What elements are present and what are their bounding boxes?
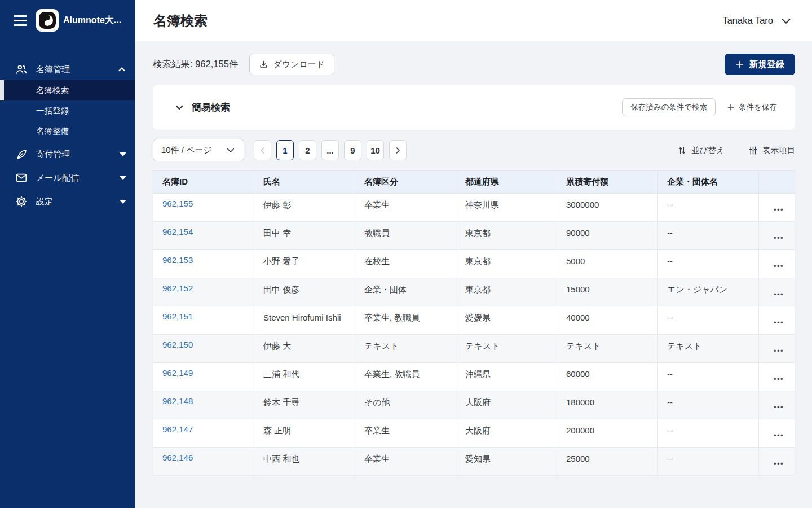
prefecture-cell: 東京都 (465, 255, 548, 267)
sidebar-item-donation-management[interactable]: 寄付管理 (0, 143, 135, 165)
download-icon (259, 60, 268, 69)
top-header: 名簿検索 Tanaka Taro (135, 0, 812, 41)
row-actions-button[interactable]: ••• (768, 283, 789, 306)
page-title: 名簿検索 (153, 12, 208, 30)
chevron-down-icon (226, 145, 236, 155)
prefecture-cell: テキスト (465, 340, 548, 352)
row-actions-button[interactable]: ••• (768, 199, 789, 221)
page-button-2[interactable]: 2 (299, 140, 316, 160)
prev-page-button[interactable] (254, 140, 271, 160)
user-name: Tanaka Taro (722, 15, 773, 26)
pager: 12...910 (254, 140, 407, 160)
page-button-9[interactable]: 9 (344, 140, 361, 160)
row-actions-button[interactable]: ••• (768, 424, 789, 447)
save-condition-button[interactable]: 条件を保存 (722, 102, 782, 112)
roster-id-link[interactable]: 962,151 (162, 312, 193, 321)
saved-conditions-search-button[interactable]: 保存済みの条件で検索 (622, 98, 716, 116)
org-cell: -- (667, 453, 749, 465)
roster-id-link[interactable]: 962,153 (162, 255, 193, 265)
prefecture-cell: 大阪府 (465, 396, 548, 408)
row-actions-button[interactable]: ••• (768, 453, 789, 475)
plus-icon (727, 103, 735, 111)
simple-search-panel: 簡易検索 保存済みの条件で検索 条件を保存 (153, 85, 795, 130)
table-row: 962,148 鈴木 千尋 その他 大阪府 180000 -- ••• (153, 391, 795, 419)
org-cell: エン・ジャパン (667, 283, 749, 295)
sidebar-item-mail-delivery[interactable]: メール配信 (0, 167, 135, 189)
display-columns-button[interactable]: 表示項目 (748, 145, 795, 156)
sidebar-item-roster-maintenance[interactable]: 名簿整備 (0, 121, 135, 141)
table-row: 962,151 Steven Hirofumi Ishii 卒業生, 教職員 愛… (153, 306, 795, 335)
org-cell: -- (667, 424, 749, 436)
sidebar-item-bulk-register[interactable]: 一括登録 (0, 100, 135, 121)
sidebar-item-settings[interactable]: 設定 (0, 191, 135, 212)
column-header: 名簿ID (153, 171, 254, 194)
category-cell: 卒業生 (364, 199, 447, 211)
row-actions-button[interactable]: ••• (768, 227, 789, 249)
sidebar-item-label: 名簿管理 (36, 64, 117, 75)
donation-cell: 3000000 (566, 199, 648, 211)
sort-button[interactable]: 並び替え (677, 145, 725, 156)
result-count: 検索結果: 962,155件 (153, 58, 238, 71)
page-button-10[interactable]: 10 (367, 140, 384, 160)
sidebar-item-roster-search[interactable]: 名簿検索 (0, 80, 135, 100)
category-cell: 卒業生, 教職員 (364, 368, 447, 380)
org-cell: -- (667, 199, 749, 211)
sliders-icon (748, 146, 758, 155)
category-cell: 卒業生 (364, 424, 447, 436)
roster-id-link[interactable]: 962,147 (162, 424, 193, 434)
category-cell: 卒業生, 教職員 (364, 312, 447, 323)
chevron-down-icon (174, 102, 184, 112)
row-actions-button[interactable]: ••• (768, 396, 789, 419)
users-icon (15, 63, 28, 76)
donation-cell: 60000 (566, 368, 648, 380)
sidebar: Alumnote大... 名簿管理 名簿検索 一括登録 名簿整備 (0, 0, 135, 508)
donation-cell: 200000 (566, 424, 648, 436)
gear-icon (15, 195, 28, 208)
prefecture-cell: 東京都 (465, 227, 548, 239)
category-cell: 企業・団体 (364, 283, 447, 295)
column-header: 氏名 (254, 171, 355, 194)
page-size-select[interactable]: 10件 / ページ (153, 139, 244, 161)
table-row: 962,150 伊藤 大 テキスト テキスト テキスト テキスト ••• (153, 335, 795, 363)
sidebar-item-roster-management[interactable]: 名簿管理 (0, 59, 135, 80)
chevron-right-icon (394, 146, 402, 155)
org-cell: テキスト (667, 340, 749, 352)
roster-id-link[interactable]: 962,152 (162, 283, 193, 293)
table-row: 962,147 森 正明 卒業生 大阪府 200000 -- ••• (153, 419, 795, 448)
list-controls: 10件 / ページ 12...910 並び替え (153, 139, 795, 161)
roster-id-link[interactable]: 962,148 (162, 396, 193, 406)
name-cell: Steven Hirofumi Ishii (263, 312, 346, 323)
sort-arrows-icon (677, 146, 687, 155)
roster-id-link[interactable]: 962,154 (162, 227, 193, 237)
table-header-row: 名簿ID氏名名簿区分都道府県累積寄付額企業・団体名 (153, 171, 795, 194)
table-row: 962,154 田中 幸 教職員 東京都 90000 -- ••• (153, 222, 795, 250)
alumnote-logo (36, 9, 59, 32)
next-page-button[interactable] (389, 140, 407, 160)
row-actions-button[interactable]: ••• (768, 368, 789, 391)
table-row: 962,146 中西 和也 卒業生 愛知県 25000 -- ••• (153, 448, 795, 476)
table-row: 962,149 三浦 和代 卒業生, 教職員 沖縄県 60000 -- ••• (153, 363, 795, 391)
content-area: 検索結果: 962,155件 ダウンロード 新規登録 簡易検索 保存済みの条件で… (135, 41, 812, 508)
prefecture-cell: 大阪府 (465, 424, 548, 436)
simple-search-toggle[interactable]: 簡易検索 (174, 101, 230, 114)
donation-cell: 90000 (566, 227, 648, 239)
row-actions-button[interactable]: ••• (768, 340, 789, 362)
roster-id-link[interactable]: 962,146 (162, 453, 193, 462)
hamburger-menu-icon[interactable] (14, 14, 27, 27)
envelope-icon (15, 172, 28, 184)
download-button[interactable]: ダウンロード (249, 54, 334, 75)
roster-id-link[interactable]: 962,155 (162, 199, 193, 208)
category-cell: 卒業生 (364, 453, 447, 465)
alumnote-logo-icon (38, 11, 56, 29)
row-actions-button[interactable]: ••• (768, 255, 789, 278)
page-ellipsis-button[interactable]: ... (321, 140, 339, 160)
roster-id-link[interactable]: 962,149 (162, 368, 193, 378)
roster-id-link[interactable]: 962,150 (162, 340, 193, 349)
new-register-button[interactable]: 新規登録 (725, 54, 795, 75)
page-button-1[interactable]: 1 (276, 140, 294, 160)
table-row: 962,153 小野 愛子 在校生 東京都 5000 -- ••• (153, 250, 795, 278)
user-menu[interactable]: Tanaka Taro (722, 15, 792, 27)
simple-search-title: 簡易検索 (192, 101, 230, 114)
row-actions-button[interactable]: ••• (768, 312, 789, 334)
category-cell: テキスト (364, 340, 447, 352)
